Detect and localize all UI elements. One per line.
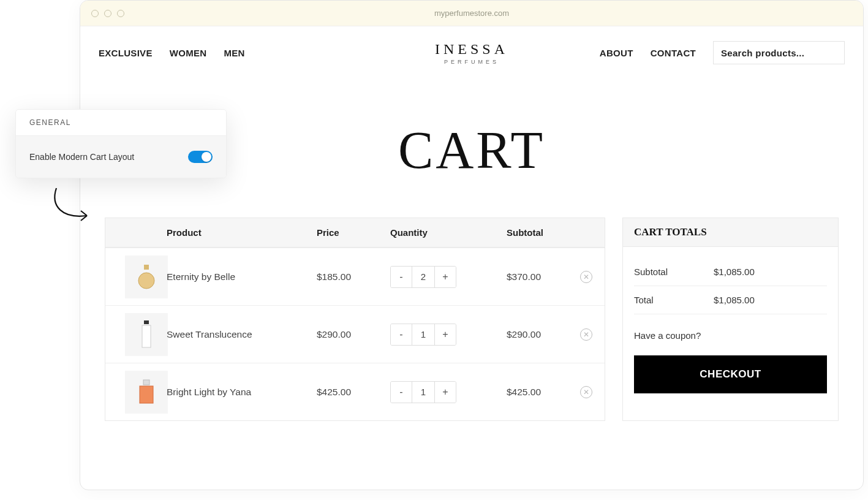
table-row: Eternity by Belle $185.00 - 2 + $370.00 … — [105, 248, 605, 305]
totals-subtotal-row: Subtotal $1,085.00 — [634, 258, 827, 286]
qty-decrement-button[interactable]: - — [391, 324, 412, 345]
qty-value[interactable]: 1 — [412, 382, 435, 403]
product-name[interactable]: Eternity by Belle — [167, 271, 317, 282]
svg-rect-5 — [140, 386, 153, 403]
cart-totals-panel: CART TOTALS Subtotal $1,085.00 Total $1,… — [622, 218, 839, 421]
address-url: myperfumestore.com — [434, 9, 509, 18]
search-placeholder: Search products... — [721, 48, 804, 58]
perfume-bottle-icon — [136, 263, 157, 290]
site-header: EXCLUSIVE WOMEN MEN INESSA PERFUMES ABOU… — [80, 26, 863, 77]
col-header-subtotal: Subtotal — [507, 227, 580, 238]
product-thumbnail[interactable] — [125, 371, 168, 414]
qty-decrement-button[interactable]: - — [391, 267, 412, 287]
product-name[interactable]: Bright Light by Yana — [167, 387, 317, 398]
product-name[interactable]: Sweet Translucence — [167, 329, 317, 340]
product-price: $185.00 — [317, 271, 390, 282]
nav-link-exclusive[interactable]: EXCLUSIVE — [99, 48, 153, 58]
col-header-product: Product — [167, 227, 317, 238]
cart-table: Product Price Quantity Subtotal Eternity — [105, 218, 605, 421]
quantity-stepper: - 1 + — [390, 381, 456, 403]
perfume-bottle-icon — [140, 319, 153, 350]
qty-increment-button[interactable]: + — [435, 267, 456, 287]
toggle-label: Enable Modern Cart Layout — [29, 152, 134, 162]
qty-increment-button[interactable]: + — [435, 382, 456, 403]
qty-value[interactable]: 1 — [412, 324, 435, 345]
product-subtotal: $370.00 — [507, 271, 580, 282]
nav-link-contact[interactable]: CONTACT — [651, 48, 696, 58]
product-thumbnail[interactable] — [125, 313, 168, 356]
browser-window: myperfumestore.com EXCLUSIVE WOMEN MEN I… — [80, 0, 864, 490]
table-row: Sweet Translucence $290.00 - 1 + $290.00… — [105, 305, 605, 363]
coupon-link[interactable]: Have a coupon? — [634, 330, 827, 341]
brand-subtitle: PERFUMES — [435, 59, 508, 65]
nav-left: EXCLUSIVE WOMEN MEN — [99, 48, 245, 58]
quantity-stepper: - 1 + — [390, 324, 456, 346]
qty-value[interactable]: 2 — [412, 267, 435, 287]
product-thumbnail[interactable] — [125, 256, 168, 298]
layout-toggle[interactable] — [188, 151, 213, 163]
totals-total-row: Total $1,085.00 — [634, 286, 827, 314]
search-input[interactable]: Search products... — [713, 41, 845, 64]
subtotal-label: Subtotal — [634, 267, 677, 277]
traffic-light-zoom[interactable] — [117, 10, 124, 17]
nav-right: ABOUT CONTACT Search products... — [600, 41, 845, 64]
svg-rect-2 — [144, 320, 149, 324]
site-logo[interactable]: INESSA PERFUMES — [435, 41, 508, 65]
close-icon: ✕ — [583, 388, 589, 396]
nav-link-about[interactable]: ABOUT — [600, 48, 633, 58]
settings-card: GENERAL Enable Modern Cart Layout — [15, 109, 227, 178]
checkout-button[interactable]: CHECKOUT — [634, 355, 827, 393]
col-header-price: Price — [317, 227, 390, 238]
cart-totals-heading: CART TOTALS — [623, 218, 838, 247]
product-subtotal: $425.00 — [507, 387, 580, 398]
product-price: $425.00 — [317, 387, 390, 398]
settings-row: Enable Modern Cart Layout — [16, 136, 226, 178]
traffic-light-minimize[interactable] — [104, 10, 111, 17]
product-price: $290.00 — [317, 329, 390, 340]
close-icon: ✕ — [583, 273, 589, 281]
qty-increment-button[interactable]: + — [435, 324, 456, 345]
svg-point-1 — [138, 273, 154, 289]
arrow-icon — [44, 185, 105, 234]
svg-rect-3 — [142, 325, 151, 347]
quantity-stepper: - 2 + — [390, 266, 456, 288]
col-header-quantity: Quantity — [390, 227, 507, 238]
svg-rect-0 — [144, 265, 149, 270]
close-icon: ✕ — [583, 330, 589, 339]
traffic-lights — [91, 10, 124, 17]
product-subtotal: $290.00 — [507, 329, 580, 340]
total-label: Total — [634, 295, 677, 305]
remove-button[interactable]: ✕ — [580, 386, 592, 398]
svg-rect-4 — [143, 380, 149, 385]
traffic-light-close[interactable] — [91, 10, 99, 17]
perfume-bottle-icon — [136, 379, 157, 406]
table-row: Bright Light by Yana $425.00 - 1 + $425.… — [105, 363, 605, 420]
cart-content: Product Price Quantity Subtotal Eternity — [80, 218, 863, 421]
total-value: $1,085.00 — [714, 295, 755, 305]
cart-table-head: Product Price Quantity Subtotal — [105, 218, 605, 248]
settings-heading: GENERAL — [16, 110, 226, 136]
remove-button[interactable]: ✕ — [580, 271, 592, 283]
brand-name: INESSA — [435, 41, 508, 58]
remove-button[interactable]: ✕ — [580, 328, 592, 341]
qty-decrement-button[interactable]: - — [391, 382, 412, 403]
subtotal-value: $1,085.00 — [714, 267, 755, 277]
browser-title-bar: myperfumestore.com — [80, 1, 863, 26]
nav-link-women[interactable]: WOMEN — [170, 48, 207, 58]
nav-link-men[interactable]: MEN — [224, 48, 244, 58]
